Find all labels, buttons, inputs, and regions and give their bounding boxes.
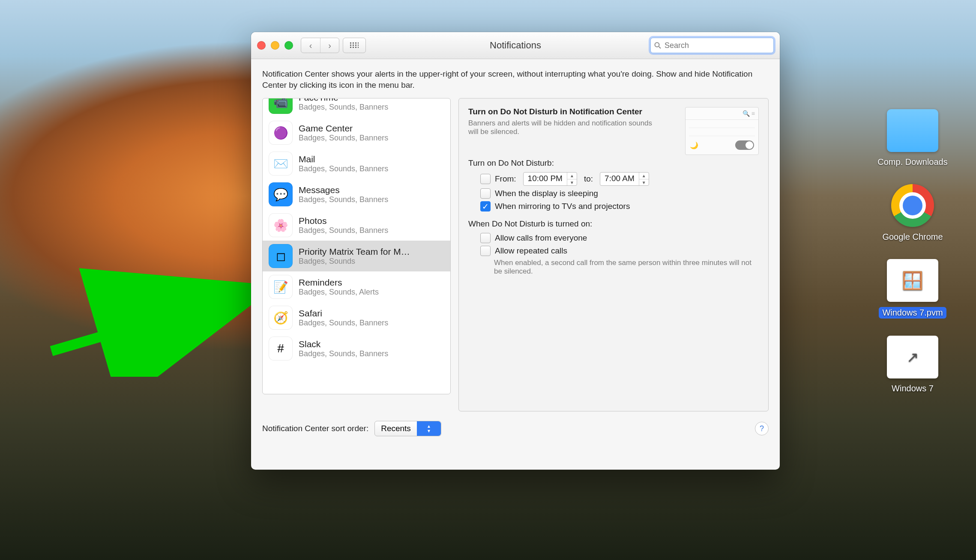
svg-rect-3 [353,42,354,44]
search-icon [654,42,661,49]
svg-line-15 [659,47,661,48]
app-row[interactable]: 🌸PhotosBadges, Sounds, Banners [263,210,450,241]
chevron-up-icon[interactable]: ▲ [567,173,577,179]
minimize-button[interactable] [271,41,279,50]
show-all-button[interactable] [343,38,366,53]
app-name: Reminders [299,277,379,288]
app-name: Messages [299,185,388,195]
desktop-icon-label: Comp. Downloads [877,157,947,167]
from-label: From: [495,174,516,184]
allow-repeat-checkbox[interactable] [480,246,491,256]
search-field[interactable] [650,38,774,53]
nav-back-forward: ‹ › [301,38,339,53]
app-row[interactable]: 📝RemindersBadges, Sounds, Alerts [263,271,450,302]
desktop-icon[interactable]: Google Chrome [882,184,943,242]
svg-rect-11 [353,47,354,48]
app-name: Photos [299,216,388,226]
dnd-mirror-row[interactable]: ✓ When mirroring to TVs and projectors [480,201,759,211]
desktop-icons: Comp. DownloadsGoogle Chrome🪟Windows 7.p… [865,109,960,393]
to-time-stepper[interactable]: 7:00 AM ▲▼ [600,172,649,186]
select-arrows-icon: ▲▼ [417,421,441,436]
svg-rect-5 [358,42,359,44]
app-subtitle: Badges, Sounds, Banners [299,226,388,235]
close-button[interactable] [257,41,266,50]
app-list[interactable]: 📹FaceTimeBadges, Sounds, Banners🟣Game Ce… [262,98,451,394]
app-icon: 💬 [269,182,293,206]
app-subtitle: Badges, Sounds [299,257,410,266]
sleep-checkbox[interactable] [480,188,491,199]
svg-rect-6 [350,45,351,46]
annotation-arrow [47,265,274,377]
forward-button[interactable]: › [320,38,339,53]
sort-order-label: Notification Center sort order: [262,424,368,433]
app-icon: 📹 [269,98,293,114]
chevron-up-icon[interactable]: ▲ [639,173,649,179]
app-name: Game Center [299,123,388,134]
desktop-icon[interactable]: Comp. Downloads [877,109,947,167]
app-icon: ◻ [269,244,293,268]
app-name: Priority Matrix Team for M… [299,247,410,257]
app-row[interactable]: ◻Priority Matrix Team for M…Badges, Soun… [263,241,450,271]
sort-order-select[interactable]: Recents ▲▼ [374,421,441,436]
app-row[interactable]: 🧭SafariBadges, Sounds, Banners [263,302,450,333]
app-row[interactable]: ✉️MailBadges, Sounds, Banners [263,148,450,179]
mirror-checkbox[interactable]: ✓ [480,201,491,211]
chevron-down-icon[interactable]: ▼ [567,179,577,186]
app-name: Slack [299,339,388,349]
app-icon: # [269,337,293,360]
app-icon: 🌸 [269,213,293,237]
notifications-window: ‹ › Notifications Notification Center [251,32,780,470]
svg-rect-10 [350,47,351,48]
desktop-background: ‹ › Notifications Notification Center [0,0,976,560]
zoom-button[interactable] [284,41,293,50]
desktop-icon[interactable]: 🪟Windows 7.pvm [879,259,946,319]
app-row[interactable]: 💬MessagesBadges, Sounds, Banners [263,179,450,210]
grid-icon [343,38,365,53]
dnd-when-on-section: When Do Not Disturb is turned on: [468,219,759,229]
svg-rect-12 [355,47,356,48]
schedule-checkbox[interactable] [480,174,491,184]
search-icon: 🔍 ≡ [742,110,755,117]
dnd-help: Banners and alerts will be hidden and no… [468,119,653,136]
allow-repeat-row[interactable]: Allow repeated calls [480,246,759,256]
desktop-icon-label: Windows 7 [892,384,934,393]
dnd-schedule-row: From: 10:00 PM ▲▼ to: 7:00 AM ▲▼ [480,172,759,186]
desktop-icon[interactable]: ↗Windows 7 [887,336,938,393]
svg-rect-13 [358,47,359,48]
app-icon: 📝 [269,275,293,299]
back-button[interactable]: ‹ [301,38,320,53]
to-label: to: [584,174,593,184]
app-row[interactable]: 🟣Game CenterBadges, Sounds, Banners [263,117,450,148]
svg-line-1 [51,291,257,351]
pvm-icon: 🪟 [887,259,938,302]
titlebar: ‹ › Notifications [251,32,780,59]
description-text: Notification Center shows your alerts in… [262,69,769,90]
app-subtitle: Badges, Sounds, Banners [299,319,388,328]
dnd-panel: 🔍 ≡ 🌙 Turn on Do Not Disturb in Notifica… [458,98,769,411]
help-button[interactable]: ? [755,422,769,435]
app-name: Mail [299,154,388,164]
svg-point-14 [655,43,659,47]
chevron-down-icon[interactable]: ▼ [639,179,649,186]
app-subtitle: Badges, Sounds, Banners [299,195,388,204]
app-row[interactable]: #SlackBadges, Sounds, Banners [263,333,450,364]
app-name: FaceTime [299,98,388,103]
app-icon: 🧭 [269,306,293,330]
app-row[interactable]: 📹FaceTimeBadges, Sounds, Banners [263,98,450,117]
chrome-icon [891,184,934,227]
app-subtitle: Badges, Sounds, Alerts [299,288,379,297]
allow-all-row[interactable]: Allow calls from everyone [480,233,759,243]
desktop-icon-label: Windows 7.pvm [879,307,946,319]
svg-rect-9 [358,45,359,46]
moon-icon: 🌙 [690,141,698,149]
traffic-lights [257,41,293,50]
allow-all-checkbox[interactable] [480,233,491,243]
from-time-stepper[interactable]: 10:00 PM ▲▼ [523,172,577,186]
desktop-icon-label: Google Chrome [882,232,943,242]
app-subtitle: Badges, Sounds, Banners [299,164,388,173]
folder-icon [887,109,938,152]
dnd-sleep-row[interactable]: When the display is sleeping [480,188,759,199]
svg-rect-4 [355,42,356,44]
app-name: Safari [299,308,388,319]
search-input[interactable] [664,41,770,51]
